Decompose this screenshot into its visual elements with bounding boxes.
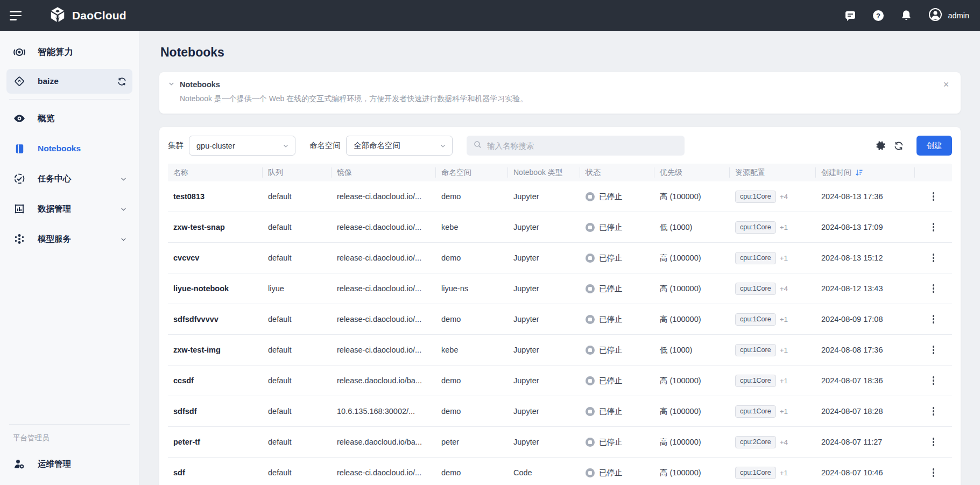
resources-cell: cpu:1Core +1: [730, 252, 816, 264]
resource-tag: cpu:1Core: [735, 344, 776, 356]
resource-extra-count[interactable]: +1: [780, 315, 788, 324]
namespace-cell: demo: [436, 407, 508, 416]
row-menu-kebab-icon[interactable]: [927, 374, 941, 388]
row-menu-kebab-icon[interactable]: [927, 189, 941, 203]
search-input[interactable]: [487, 142, 678, 150]
sidebar-item-label: 运维管理: [38, 459, 71, 470]
sidebar-item-notebooks[interactable]: Notebooks: [6, 136, 132, 161]
notebook-name[interactable]: sdfsdf: [168, 407, 263, 416]
sort-descending-icon[interactable]: [855, 168, 863, 177]
table-row[interactable]: zxw-test-snap default release-ci.daoclou…: [168, 212, 952, 243]
notebook-name[interactable]: peter-tf: [168, 438, 263, 446]
sidebar-item-label: 任务中心: [38, 173, 71, 185]
resource-extra-count[interactable]: +1: [780, 254, 788, 262]
sidebar-item-data-management[interactable]: 数据管理: [6, 196, 132, 221]
notebook-name[interactable]: zxw-test-snap: [168, 223, 263, 231]
table-row[interactable]: sdfsdf default 10.6.135.168:30002/... de…: [168, 396, 952, 427]
row-menu-kebab-icon[interactable]: [927, 220, 941, 234]
table-row[interactable]: zxw-test-img default release-ci.daocloud…: [168, 335, 952, 365]
col-priority[interactable]: 优先级: [654, 167, 730, 178]
sidebar-item-ops-management[interactable]: 运维管理: [6, 452, 132, 476]
resource-extra-count[interactable]: +1: [780, 407, 788, 416]
namespace-cell: kebe: [436, 223, 508, 231]
col-namespace[interactable]: 命名空间: [436, 167, 508, 178]
resource-extra-count[interactable]: +4: [780, 285, 788, 293]
banner-collapse-chevron-icon[interactable]: [168, 80, 175, 89]
banner-close-icon[interactable]: ×: [940, 79, 952, 90]
refresh-icon[interactable]: [890, 137, 908, 155]
help-icon[interactable]: ?: [871, 9, 885, 23]
sidebar-item-task-center[interactable]: 任务中心: [6, 166, 132, 191]
resource-extra-count[interactable]: +1: [780, 223, 788, 231]
table-row[interactable]: sdfsdfvvvvv default release-ci.daocloud.…: [168, 304, 952, 335]
row-menu-kebab-icon[interactable]: [927, 343, 941, 357]
queue-cell: default: [263, 346, 332, 354]
notebook-name[interactable]: test0813: [168, 192, 263, 201]
main-content: Notebooks Notebooks × Notebook 是一个提供一个 W…: [139, 31, 980, 485]
actions-cell: [915, 189, 952, 203]
row-menu-kebab-icon[interactable]: [927, 466, 941, 480]
queue-cell: liyue: [263, 284, 332, 293]
table-row[interactable]: cvcvcv default release-ci.daocloud.io/..…: [168, 243, 952, 273]
col-created-at[interactable]: 创建时间: [816, 167, 915, 178]
resources-cell: cpu:1Core +4: [730, 283, 816, 295]
status-cell: 已停止: [580, 345, 654, 355]
table-row[interactable]: liyue-notebook liyue release-ci.daocloud…: [168, 273, 952, 304]
col-status[interactable]: 状态: [580, 167, 654, 178]
username: admin: [948, 11, 970, 20]
namespace-select[interactable]: 全部命名空间: [346, 136, 453, 156]
row-menu-kebab-icon[interactable]: [927, 251, 941, 265]
queue-cell: default: [263, 407, 332, 416]
table-row[interactable]: peter-tf default release.daocloud.io/ba.…: [168, 427, 952, 458]
notifications-bell-icon[interactable]: [899, 9, 913, 23]
image-cell: release.daocloud.io/ba...: [332, 376, 436, 385]
brand[interactable]: DaoCloud: [48, 5, 126, 26]
row-menu-kebab-icon[interactable]: [927, 435, 941, 449]
sidebar-item-overview[interactable]: 概览: [6, 106, 132, 131]
status-stopped-icon: [586, 376, 595, 385]
table-row[interactable]: ccsdf default release.daocloud.io/ba... …: [168, 365, 952, 396]
sidebar-workspace-baize[interactable]: baize: [6, 69, 132, 94]
table-row[interactable]: test0813 default release-ci.daocloud.io/…: [168, 181, 952, 212]
chevron-down-icon: [120, 175, 127, 182]
settings-gear-icon[interactable]: [871, 137, 890, 155]
notebook-name[interactable]: zxw-test-img: [168, 346, 263, 354]
resource-extra-count[interactable]: +1: [780, 346, 788, 354]
resource-extra-count[interactable]: +4: [780, 193, 788, 201]
col-notebook-type[interactable]: Notebook 类型: [508, 167, 580, 178]
user-menu[interactable]: admin: [927, 6, 970, 25]
notebook-name[interactable]: ccsdf: [168, 376, 263, 385]
col-queue[interactable]: 队列: [263, 167, 332, 178]
row-menu-kebab-icon[interactable]: [927, 282, 941, 296]
resource-extra-count[interactable]: +1: [780, 377, 788, 385]
sidebar-toggle-icon[interactable]: [10, 8, 26, 24]
baize-workspace-icon: [12, 75, 26, 87]
task-check-icon: [12, 172, 26, 185]
sidebar-section-intelligent-computing[interactable]: 智能算力: [6, 39, 132, 66]
status-text: 已停止: [599, 376, 623, 386]
notebook-name[interactable]: sdfsdfvvvvv: [168, 315, 263, 324]
topbar: DaoCloud ?: [0, 0, 980, 31]
messages-icon[interactable]: [843, 9, 857, 23]
status-cell: 已停止: [580, 406, 654, 417]
type-cell: Jupyter: [508, 438, 580, 446]
notebook-name[interactable]: cvcvcv: [168, 254, 263, 262]
row-menu-kebab-icon[interactable]: [927, 312, 941, 326]
switch-workspace-icon[interactable]: [117, 76, 127, 87]
cluster-select[interactable]: gpu-cluster: [189, 136, 295, 156]
notebook-name[interactable]: liyue-notebook: [168, 284, 263, 293]
table-row[interactable]: sdf default release-ci.daocloud.io/... d…: [168, 458, 952, 485]
col-image[interactable]: 镜像: [332, 167, 436, 178]
sidebar-item-model-services[interactable]: 模型服务: [6, 227, 132, 251]
notebook-name[interactable]: sdf: [168, 468, 263, 477]
resource-extra-count[interactable]: +1: [780, 469, 788, 477]
row-menu-kebab-icon[interactable]: [927, 404, 941, 418]
status-text: 已停止: [599, 468, 623, 478]
col-name[interactable]: 名称: [168, 167, 263, 178]
namespace-select-value: 全部命名空间: [354, 140, 400, 151]
actions-cell: [915, 466, 952, 480]
resource-extra-count[interactable]: +4: [780, 438, 788, 446]
create-button[interactable]: 创建: [916, 136, 952, 156]
sidebar-section-label: 智能算力: [38, 46, 73, 58]
col-resources[interactable]: 资源配置: [730, 167, 816, 178]
